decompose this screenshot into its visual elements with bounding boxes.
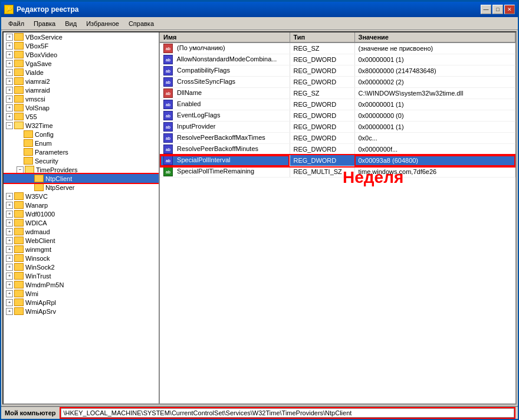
registry-pane[interactable]: Неделя Имя Тип Значение ab (По умолчан [160,32,515,403]
expand-winsock2[interactable]: + [6,264,13,271]
column-header-value[interactable]: Значение [354,32,515,42]
tree-item-viamrai2[interactable]: + viamrai2 [4,77,159,86]
tree-item-wdf01000[interactable]: + Wdf01000 [4,209,159,218]
folder-icon [14,307,24,315]
tree-item-wmi[interactable]: + Wmi [4,289,159,298]
tree-item-winsock2[interactable]: + WinSock2 [4,262,159,271]
registry-row-dllname[interactable]: ab DllName REG_SZ C:\WINDOWS\system32\w3… [160,88,515,99]
expand-vboxservice[interactable]: + [6,34,13,41]
reg-name-cell: ab SpecialPollInterval [160,155,290,166]
registry-row-crosssitesyncflags[interactable]: ab CrossSiteSyncFlags REG_DWORD 0x000000… [160,77,515,88]
expand-wmiapsrv[interactable]: + [6,308,13,315]
tree-item-wmdmpm5n[interactable]: + WmdmPm5N [4,280,159,289]
tree-item-viamraid[interactable]: + viamraid [4,86,159,94]
maximize-button[interactable]: □ [492,5,503,14]
registry-row-enabled[interactable]: ab Enabled REG_DWORD 0x00000001 (1) [160,99,515,110]
expand-wmi[interactable]: + [6,290,13,297]
tree-item-v55[interactable]: + V55 [4,112,159,121]
expand-volsnap[interactable]: + [6,104,13,111]
expand-viamrai2[interactable]: + [6,78,13,85]
registry-row-resolvepeermaxbackoff[interactable]: ab ResolvePeerBackoffMaxTimes REG_DWORD … [160,133,515,144]
tree-item-ntpclient[interactable]: NtpClient [4,174,159,183]
tree-item-ntpserver[interactable]: NtpServer [4,183,159,192]
tree-item-wanarp[interactable]: + Wanarp [4,201,159,209]
tree-item-w32time[interactable]: − W32Time [4,121,159,130]
registry-row-inputprovider[interactable]: ab InputProvider REG_DWORD 0x00000001 (1… [160,122,515,133]
tree-item-vboxservice[interactable]: + VBoxService [4,32,159,41]
reg-dword-icon: ab [163,100,173,109]
expand-wintrust[interactable]: + [6,273,13,280]
expand-vgasave[interactable]: + [6,60,13,67]
expand-winmgmt[interactable]: + [6,246,13,253]
registry-row-eventlogflags[interactable]: ab EventLogFlags REG_DWORD 0x00000000 (0… [160,110,515,122]
tree-item-wdmaud[interactable]: + wdmaud [4,227,159,236]
expand-viamraid[interactable]: + [6,87,13,94]
menu-help[interactable]: Справка [124,19,159,28]
expand-vmscsi[interactable]: + [6,96,13,103]
expand-vboxvideo[interactable]: + [6,51,13,58]
tree-item-volsnap[interactable]: + VolSnap [4,103,159,112]
tree-item-vbox5f[interactable]: + VBox5F [4,41,159,50]
tree-item-wintrust[interactable]: + WinTrust [4,271,159,280]
reg-type-cell: REG_DWORD [290,54,354,65]
column-header-name[interactable]: Имя [160,32,290,42]
close-button[interactable]: ✕ [504,5,515,14]
expand-wmdmpm5n[interactable]: + [6,281,13,288]
expand-w32time[interactable]: − [6,122,13,129]
tree-item-wdica[interactable]: + WDICA [4,218,159,227]
registry-row-specialpolltimeremaining[interactable]: ab SpecialPollTimeRemaining REG_MULTI_SZ… [160,166,515,178]
reg-name-cell: ab (По умолчанию) [160,42,290,54]
reg-name-cell: ab ResolvePeerBackoffMinutes [160,144,290,155]
reg-value-cell: 0x0000000f... [354,144,515,155]
registry-row-allownonstandardmode[interactable]: ab AllowNonstandardModeCombina... REG_DW… [160,54,515,65]
tree-item-vgasave[interactable]: + VgaSave [4,59,159,68]
registry-row-default[interactable]: ab (По умолчанию) REG_SZ (значение не пр… [160,42,515,54]
folder-icon [24,157,33,165]
expand-webclient[interactable]: + [6,237,13,244]
expand-viaide[interactable]: + [6,69,13,76]
expand-winsock[interactable]: + [6,255,13,262]
tree-item-security[interactable]: Security [4,156,159,165]
statusbar: Мой компьютер \HKEY_LOCAL_MACHINE\SYSTEM… [1,406,518,419]
registry-row-compatibilityflags[interactable]: ab CompatibilityFlags REG_DWORD 0x800000… [160,65,515,77]
expand-v55[interactable]: + [6,113,13,120]
reg-value-cell: 0x0c... [354,133,515,144]
tree-item-viaide[interactable]: + ViaIde [4,68,159,77]
menu-edit[interactable]: Правка [29,19,60,28]
expand-wdf01000[interactable]: + [6,211,13,218]
registry-row-resolvepeerminutes[interactable]: ab ResolvePeerBackoffMinutes REG_DWORD 0… [160,144,515,155]
tree-item-wmiapsrv[interactable]: + WmiApSrv [4,307,159,316]
menu-file[interactable]: Файл [4,19,29,28]
folder-icon [14,245,24,253]
tree-item-enum[interactable]: Enum [4,139,159,147]
minimize-button[interactable]: — [481,5,491,14]
menu-view[interactable]: Вид [60,19,81,28]
menubar: Файл Правка Вид Избранное Справка [1,17,518,30]
expand-timeproviders[interactable]: − [17,166,24,173]
reg-dword-icon: ab [163,133,173,143]
tree-item-wmiaprl[interactable]: + WmiApRpl [4,298,159,307]
tree-item-timeproviders[interactable]: − TimeProviders [4,165,159,174]
tree-item-winsock[interactable]: + Winsock [4,254,159,262]
column-header-type[interactable]: Тип [290,32,354,42]
tree-item-parameters[interactable]: Parameters [4,147,159,156]
registry-row-specialpollinterval[interactable]: ab SpecialPollInterval REG_DWORD 0x00093… [160,155,515,166]
folder-icon [14,228,24,235]
folder-icon [14,33,24,41]
expand-w35vc[interactable]: + [6,193,13,200]
tree-item-webclient[interactable]: + WebClient [4,236,159,245]
menu-favorites[interactable]: Избранное [81,19,124,28]
tree-item-config[interactable]: Config [4,130,159,139]
tree-item-winmgmt[interactable]: + winmgmt [4,245,159,254]
expand-wdmaud[interactable]: + [6,228,13,235]
expand-vbox5f[interactable]: + [6,42,13,50]
expand-wanarp[interactable]: + [6,202,13,209]
reg-type-cell: REG_SZ [290,42,354,54]
expand-wmiaprl[interactable]: + [6,299,13,306]
tree-item-vmscsi[interactable]: + vmscsi [4,94,159,103]
expand-wdica[interactable]: + [6,219,13,227]
tree-item-vboxvideo[interactable]: + VBoxVideo [4,50,159,59]
tree-pane[interactable]: + VBoxService + VBox5F + VBoxVideo + Vga… [4,32,160,403]
tree-item-w35vc[interactable]: + W35VC [4,192,159,201]
folder-icon-ntpclient [34,175,44,182]
